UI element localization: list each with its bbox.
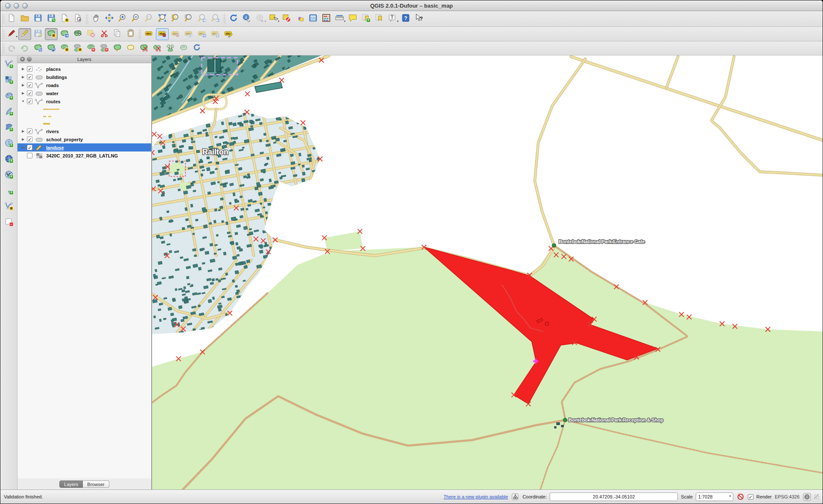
toggle-editing-button[interactable]: [18, 28, 31, 40]
open-project-button[interactable]: [18, 13, 31, 25]
minimize-window-button[interactable]: [14, 3, 19, 9]
add-ring-button[interactable]: ✱: [58, 42, 71, 54]
add-part-button[interactable]: ✱: [71, 42, 84, 54]
add-wms-layer-button[interactable]: +: [3, 138, 15, 150]
resize-grip[interactable]: [814, 494, 819, 499]
save-layer-edits-button[interactable]: [32, 28, 44, 40]
show-hide-labels-button[interactable]: abc: [182, 28, 195, 40]
move-label-button[interactable]: abc: [156, 28, 169, 40]
new-bookmark-button[interactable]: +: [360, 13, 372, 25]
new-project-button[interactable]: [5, 13, 18, 25]
layer-visibility-checkbox[interactable]: ✓: [27, 66, 32, 72]
identify-features-button[interactable]: i: [240, 13, 253, 25]
layer-expander-icon[interactable]: ▶: [21, 83, 25, 87]
layer-expander-icon[interactable]: ▼: [21, 99, 25, 103]
copy-features-button[interactable]: [111, 28, 124, 40]
rotate-feature-button[interactable]: ↻: [32, 42, 44, 54]
open-attribute-table-button[interactable]: [307, 13, 319, 25]
layer-visibility-checkbox[interactable]: [27, 153, 32, 158]
add-raster-layer-button[interactable]: +: [3, 75, 15, 87]
panel-tab-layers[interactable]: Layers: [59, 481, 83, 488]
close-window-button[interactable]: [5, 3, 11, 9]
panel-tab-browser[interactable]: Browser: [83, 481, 109, 488]
show-bookmarks-button[interactable]: [373, 13, 386, 25]
undo-button[interactable]: [5, 42, 18, 54]
zoom-native-button[interactable]: 1:1: [143, 13, 155, 25]
zoom-to-layer-button[interactable]: [182, 13, 195, 25]
merge-attributes-button[interactable]: [177, 42, 190, 54]
save-project-as-button[interactable]: ✎: [45, 13, 58, 25]
layer-expander-icon[interactable]: ▶: [21, 137, 25, 141]
layer-row-places[interactable]: ▶✓places: [18, 65, 151, 73]
layer-visibility-checkbox[interactable]: ✓: [27, 74, 32, 80]
composer-manager-button[interactable]: [71, 13, 84, 25]
add-wfs-layer-button[interactable]: +: [3, 169, 15, 181]
map-tips-button[interactable]: [346, 13, 359, 25]
refresh-map-button[interactable]: [227, 13, 240, 25]
pan-to-selection-button[interactable]: [103, 13, 116, 25]
map-canvas[interactable]: Railton Bontebok National Park Entrance …: [152, 55, 823, 489]
layer-row-buildings[interactable]: ▶✓buildings: [18, 73, 151, 81]
layer-expander-icon[interactable]: ▶: [21, 129, 25, 133]
redo-button[interactable]: [18, 42, 31, 54]
split-features-button[interactable]: [138, 42, 150, 54]
change-label-button[interactable]: abce: [209, 28, 222, 40]
remove-layer-button[interactable]: −: [3, 217, 15, 229]
new-shapefile-layer-button[interactable]: ✱: [3, 201, 15, 213]
layer-row-rivers[interactable]: ▶✓rivers: [18, 127, 151, 135]
layer-visibility-checkbox[interactable]: ✓: [27, 82, 32, 88]
coordinate-input[interactable]: 20.47209,-34.05102: [550, 492, 678, 501]
zoom-out-button[interactable]: [129, 13, 142, 25]
layer-visibility-checkbox[interactable]: ✓: [27, 128, 32, 134]
layer-row-water[interactable]: ▶✓water: [18, 89, 151, 97]
delete-part-button[interactable]: ✕: [98, 42, 111, 54]
entrance-gate-point[interactable]: [552, 244, 556, 248]
layer-visibility-checkbox[interactable]: ✓: [27, 137, 32, 142]
layer-row-school_property[interactable]: ▶✓school_property: [18, 135, 151, 143]
paste-features-button[interactable]: [124, 28, 137, 40]
render-checkbox[interactable]: ✓: [748, 494, 753, 500]
whats-this-button[interactable]: ?: [413, 13, 425, 25]
panel-close-icon[interactable]: ✕: [20, 57, 25, 61]
crs-globe-icon[interactable]: [802, 492, 811, 501]
stop-render-icon[interactable]: [736, 492, 745, 501]
add-wcs-layer-button[interactable]: +: [3, 154, 15, 166]
layer-expander-icon[interactable]: ▶: [21, 67, 25, 71]
layer-expander-icon[interactable]: ▶: [21, 146, 25, 149]
add-postgis-layer-button[interactable]: +: [3, 90, 15, 102]
scale-combo[interactable]: 1:7028▼: [696, 492, 733, 501]
cut-features-button[interactable]: [98, 28, 111, 40]
rotate-point-symbols-button[interactable]: [190, 42, 203, 54]
split-parts-button[interactable]: [151, 42, 164, 54]
simplify-feature-button[interactable]: [45, 42, 58, 54]
add-mssql-layer-button[interactable]: +: [3, 122, 15, 134]
layer-row-3420C_2010_327_RGB_LATLNG[interactable]: 3420C_2010_327_RGB_LATLNG: [18, 151, 151, 160]
map-render[interactable]: Railton Bontebok National Park Entrance …: [152, 55, 823, 489]
reception-point[interactable]: [563, 418, 567, 422]
plugin-icon[interactable]: [511, 492, 519, 501]
layer-row-roads[interactable]: ▶✓roads: [18, 81, 151, 89]
node-tool-button[interactable]: [71, 28, 84, 40]
layer-visibility-checkbox[interactable]: ✓: [27, 99, 32, 104]
zoom-in-button[interactable]: [116, 13, 129, 25]
measure-button[interactable]: ▾: [333, 13, 346, 25]
new-composer-button[interactable]: ✱: [58, 13, 71, 25]
layer-row-routes[interactable]: ▼✓routes: [18, 97, 151, 105]
layer-expander-icon[interactable]: ▶: [21, 91, 25, 95]
delete-ring-button[interactable]: ✕: [85, 42, 97, 54]
zoom-window-button[interactable]: [22, 3, 28, 9]
save-project-button[interactable]: [32, 13, 44, 25]
panel-float-icon[interactable]: ❐: [27, 57, 32, 61]
select-by-expression-button[interactable]: ε: [293, 13, 306, 25]
move-feature-button[interactable]: ➜: [58, 28, 71, 40]
layer-expander-icon[interactable]: ▶: [21, 75, 25, 79]
merge-features-button[interactable]: [164, 42, 177, 54]
run-feature-action-button[interactable]: ▾: [254, 13, 267, 25]
zoom-last-button[interactable]: ◀: [196, 13, 208, 25]
reshape-features-button[interactable]: [111, 42, 124, 54]
zoom-to-selection-button[interactable]: [169, 13, 182, 25]
pan-map-button[interactable]: [90, 13, 103, 25]
zoom-full-button[interactable]: [156, 13, 169, 25]
layer-row-landuse[interactable]: ▶✓landuse: [18, 143, 151, 151]
help-button[interactable]: ?: [399, 13, 412, 25]
